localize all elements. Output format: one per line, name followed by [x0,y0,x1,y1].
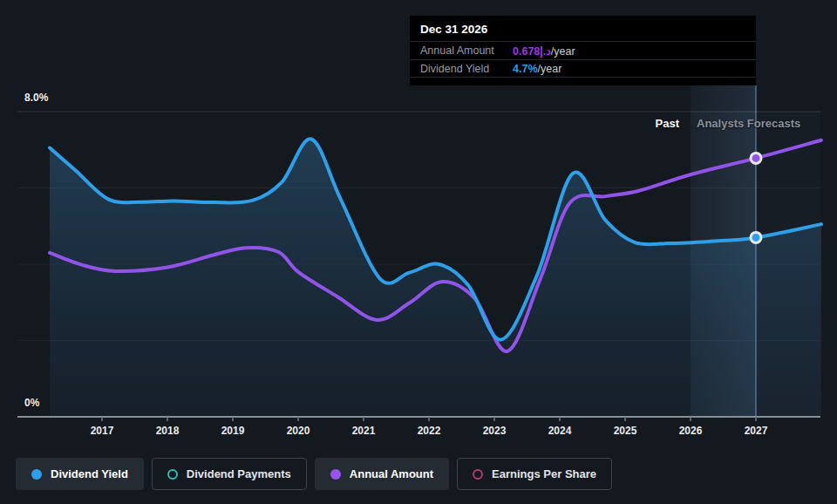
y-axis-label-8pct: 8.0% [24,92,48,104]
past-region-label: Past [602,117,679,130]
legend-dividend-yield-label: Dividend Yield [51,467,128,480]
tooltip-dividend-yield-suffix: /year [538,63,562,75]
dividend-yield-hover-marker [751,232,761,242]
legend-annual-amount-button[interactable]: Annual Amount [315,458,449,490]
x-axis-year-label: 2019 [221,425,245,437]
earnings-per-share-marker-icon [473,469,483,480]
y-axis-label-0pct: 0% [24,397,39,409]
x-axis-year-label: 2022 [418,425,441,437]
forecast-region-label: Analysts Forecasts [697,117,800,130]
legend-annual-amount-label: Annual Amount [350,467,433,480]
x-axis-year-label: 2025 [614,425,637,437]
x-axis-year-label: 2018 [156,425,180,437]
legend-dividend-payments-label: Dividend Payments [187,467,291,480]
chart-legend: Dividend Yield Dividend Payments Annual … [16,458,612,490]
legend-dividend-payments-button[interactable]: Dividend Payments [152,458,307,490]
dividend-payments-marker-icon [167,469,178,480]
dividend-history-forecast-chart: 2017201820192020202120222023202420252026… [0,0,837,504]
x-axis-year-label: 2021 [352,425,376,437]
tooltip-dividend-yield-value: 4.7% [513,63,538,75]
tooltip-annual-amount-value: 0.678د.إ [513,45,551,58]
tooltip-row-dividend-yield: Dividend Yield 4.7%/year [410,59,756,78]
tooltip-date: Dec 31 2026 [410,16,756,41]
tooltip-annual-amount-label: Annual Amount [420,44,513,57]
tooltip-dividend-yield-label: Dividend Yield [420,63,513,75]
x-axis-year-label: 2020 [287,425,310,437]
tooltip-annual-amount-suffix: /year [551,45,575,58]
legend-earnings-per-share-button[interactable]: Earnings Per Share [457,458,612,490]
legend-earnings-per-share-label: Earnings Per Share [492,467,596,480]
annual-amount-hover-marker [751,153,761,163]
x-axis-year-label: 2027 [745,425,768,437]
dividend-yield-marker-icon [31,469,42,480]
x-axis-year-label: 2024 [548,425,572,437]
annual-amount-marker-icon [330,469,341,480]
legend-dividend-yield-button[interactable]: Dividend Yield [16,458,144,490]
x-axis-year-label: 2017 [91,425,114,437]
x-axis-year-label: 2023 [483,425,507,437]
chart-tooltip: Dec 31 2026 Annual Amount 0.678د.إ/year … [410,16,756,85]
tooltip-row-annual-amount: Annual Amount 0.678د.إ/year [410,41,756,59]
x-axis-year-label: 2026 [679,425,703,437]
